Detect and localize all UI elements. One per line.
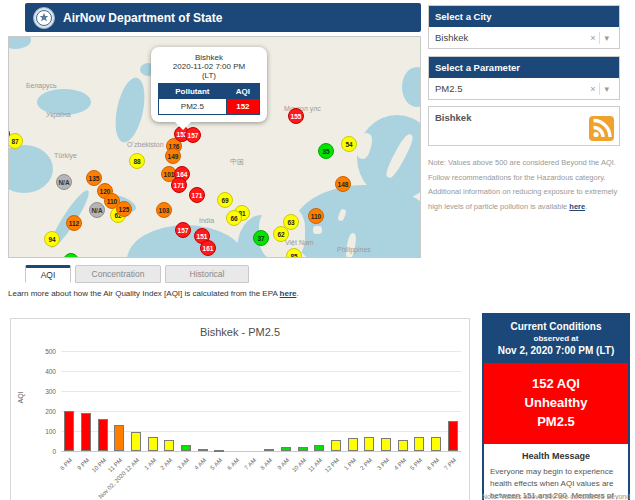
chart-y-tick-label: 300 <box>16 388 56 395</box>
bottom-note: Note: Values above 500 are considered Be… <box>482 493 632 500</box>
map-marker[interactable]: 149 <box>165 148 181 164</box>
chart-bar[interactable] <box>98 419 108 451</box>
chart-bar[interactable] <box>281 447 291 451</box>
learn-more-link[interactable]: here <box>280 289 297 298</box>
chart-y-tick-label: 100 <box>16 428 56 435</box>
learn-more-suffix: . <box>296 289 298 298</box>
chart-bar[interactable] <box>264 449 274 451</box>
tab-bar: AQI Concentration Historical <box>25 265 249 283</box>
map-marker[interactable]: 171 <box>189 187 205 203</box>
chart-bar[interactable] <box>314 445 324 451</box>
chart-bar[interactable] <box>198 449 208 451</box>
chart-bar[interactable] <box>331 440 341 451</box>
map-country-label: Oʻzbekiston <box>127 141 164 148</box>
popup-col-aqi: AQI <box>226 84 259 99</box>
map-marker[interactable]: 35 <box>318 143 334 159</box>
popup-col-pollutant: Pollutant <box>159 84 227 99</box>
parameter-select-box: Select a Parameter PM2.5 × ▾ <box>428 56 620 100</box>
chart-gridline <box>61 371 461 372</box>
chart-title: Bishkek - PM2.5 <box>11 326 469 338</box>
chart-gridline <box>61 391 461 392</box>
chart-bar[interactable] <box>114 425 124 451</box>
map-marker[interactable]: 62 <box>273 226 289 242</box>
city-clear-icon[interactable]: × <box>586 33 599 43</box>
map-marker[interactable]: 155 <box>288 108 304 124</box>
map-marker[interactable]: 66 <box>226 210 242 226</box>
observed-at-label: observed at <box>488 334 624 343</box>
chart-y-tick-label: 0 <box>16 448 56 455</box>
chart-bar[interactable] <box>381 438 391 451</box>
map-marker[interactable]: N/A <box>89 202 105 218</box>
map-marker[interactable]: 103 <box>156 202 172 218</box>
map-marker[interactable]: 54 <box>341 136 357 152</box>
popup-table: Pollutant AQI PM2.5 152 <box>158 83 260 115</box>
map-country-label: 中国 <box>230 157 244 167</box>
sidebar-note: Note: Values above 500 are considered Be… <box>428 156 622 215</box>
map-marker[interactable]: 88 <box>129 153 145 169</box>
sidebar-note-link[interactable]: here <box>569 202 585 211</box>
map-marker[interactable]: 112 <box>66 215 82 231</box>
city-select-label: Select a City <box>429 6 619 27</box>
department-of-state-seal-icon <box>33 7 55 29</box>
health-message-title: Health Message <box>490 451 622 461</box>
chart-bar[interactable] <box>414 437 424 451</box>
land-hainan <box>313 226 322 234</box>
aqi-chart-panel: Bishkek - PM2.5 AQI 0100200300400500 8 P… <box>10 318 470 500</box>
popup-tail <box>175 122 191 130</box>
map-marker[interactable]: 69 <box>217 192 233 208</box>
map-marker[interactable] <box>63 253 79 258</box>
parameter-caret-down-icon[interactable]: ▾ <box>600 84 613 94</box>
city-select-box: Select a City Bishkek × ▾ <box>428 5 620 49</box>
chart-bar[interactable] <box>148 437 158 451</box>
current-conditions-title: Current Conditions <box>488 321 624 332</box>
chart-bar[interactable] <box>164 440 174 451</box>
map-marker[interactable]: 94 <box>44 231 60 247</box>
map-marker[interactable]: 157 <box>175 222 191 238</box>
city-caret-down-icon[interactable]: ▾ <box>600 33 613 43</box>
map-marker[interactable]: 110 <box>308 208 324 224</box>
map-marker[interactable]: 161 <box>200 240 216 256</box>
tab-historical[interactable]: Historical <box>165 265 249 283</box>
map-country-label: Philippines <box>337 246 371 253</box>
chart-bar[interactable] <box>298 447 308 451</box>
water-baltic <box>8 36 31 49</box>
map-marker[interactable]: 37 <box>253 230 269 246</box>
learn-more-label: Learn more about how the Air Quality Ind… <box>8 289 280 298</box>
popup-datetime: 2020-11-02 7:00 PM <box>158 62 260 71</box>
popup-city: Bishkek <box>158 53 260 62</box>
aqi-status-block: 152 AQI Unhealthy PM2.5 <box>484 363 628 444</box>
aqi-map[interactable]: БеларусьУкраїнаTürkiyeOʻzbekistonМонгол … <box>8 36 421 258</box>
city-select[interactable]: Bishkek × ▾ <box>429 27 619 48</box>
chart-bar[interactable] <box>448 421 458 451</box>
chart-bar[interactable] <box>348 438 358 451</box>
map-popup: Bishkek 2020-11-02 7:00 PM (LT) Pollutan… <box>151 47 267 122</box>
chart-bar[interactable] <box>364 437 374 451</box>
chart-bar[interactable] <box>81 413 91 451</box>
chart-bar[interactable] <box>214 450 224 452</box>
chart-bar[interactable] <box>64 411 74 451</box>
sidebar-note-text: Note: Values above 500 are considered Be… <box>428 158 617 211</box>
water-caspian-sea <box>110 75 149 145</box>
city-select-value: Bishkek <box>435 32 586 43</box>
chart-y-tick-label: 400 <box>16 368 56 375</box>
map-marker[interactable]: 148 <box>335 176 351 192</box>
parameter-clear-icon[interactable]: × <box>586 84 599 94</box>
chart-bar[interactable] <box>181 445 191 451</box>
chart-bar[interactable] <box>431 437 441 451</box>
chart-bar[interactable] <box>398 440 408 451</box>
map-marker[interactable]: 171 <box>171 177 187 193</box>
current-conditions-panel: Current Conditions observed at Nov 2, 20… <box>482 313 630 500</box>
observed-at-value: Nov 2, 2020 7:00 PM (LT) <box>488 345 624 356</box>
map-marker[interactable]: N/A <box>56 174 72 190</box>
map-marker[interactable]: 85 <box>286 248 302 258</box>
parameter-select[interactable]: PM2.5 × ▾ <box>429 78 619 99</box>
tab-concentration[interactable]: Concentration <box>75 265 161 283</box>
chart-bar[interactable] <box>131 432 141 451</box>
map-marker[interactable]: 125 <box>116 201 132 217</box>
tab-aqi[interactable]: AQI <box>25 265 71 283</box>
chart-gridline <box>61 351 461 352</box>
rss-icon[interactable] <box>589 116 614 141</box>
aqi-category: Unhealthy <box>488 394 624 413</box>
rss-feed-box: Bishkek <box>428 106 620 146</box>
chart-y-tick-label: 500 <box>16 348 56 355</box>
